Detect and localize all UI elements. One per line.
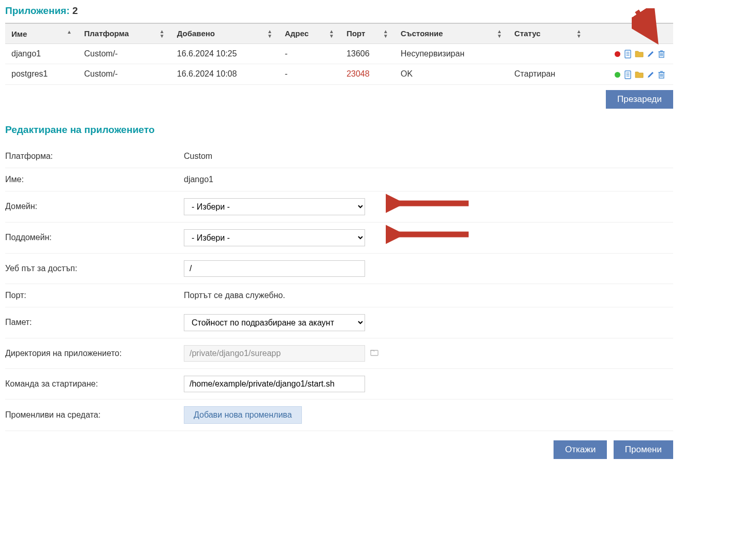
webpath-input[interactable] xyxy=(184,260,365,277)
cell-actions xyxy=(588,64,673,84)
annotation-arrow-icon xyxy=(386,193,474,214)
cell-state: Несупервизиран xyxy=(395,44,508,64)
apps-title-label: Приложения: xyxy=(5,5,69,16)
cell-added: 16.6.2024 10:08 xyxy=(171,64,279,84)
sort-icon: ▲▼ xyxy=(383,29,388,38)
delete-button[interactable] xyxy=(658,50,665,58)
col-header-state-text: Състояние xyxy=(401,29,443,38)
memory-select[interactable]: Стойност по подразбиране за акаунт xyxy=(184,314,365,331)
col-header-added[interactable]: Добавено▲▼ xyxy=(171,23,279,44)
domain-select[interactable]: - Избери - xyxy=(184,198,365,215)
table-row: django1Custom/-16.6.2024 10:25-13606Несу… xyxy=(5,44,673,64)
row-webpath: Уеб път за достъп: xyxy=(5,254,673,284)
cell-port: 13606 xyxy=(340,44,395,64)
status-dot-icon xyxy=(615,72,620,78)
cell-port: 23048 xyxy=(340,64,395,84)
sort-icon: ▲▼ xyxy=(576,29,581,38)
col-header-name[interactable]: Име▲ xyxy=(5,23,78,44)
col-header-platform-text: Платформа xyxy=(84,29,129,38)
col-header-added-text: Добавено xyxy=(177,29,215,38)
apps-count: 2 xyxy=(72,5,78,16)
folder-icon xyxy=(635,71,644,79)
edit-button[interactable] xyxy=(647,71,655,79)
details-button[interactable] xyxy=(624,50,632,58)
row-envvars: Променливи на средата: Добави нова проме… xyxy=(5,399,673,431)
cancel-button[interactable]: Откажи xyxy=(554,440,607,459)
browse-folder-button[interactable] xyxy=(370,349,379,358)
edit-button[interactable] xyxy=(647,50,655,58)
row-dir: Директория на приложението: /private/dja… xyxy=(5,338,673,369)
trash-icon xyxy=(658,50,665,58)
cell-status: Стартиран xyxy=(508,64,588,84)
startcmd-input[interactable] xyxy=(184,376,365,392)
cell-added: 16.6.2024 10:25 xyxy=(171,44,279,64)
row-subdomain: Поддомейн: - Избери - xyxy=(5,223,673,254)
value-port: Портът се дава служебно. xyxy=(184,291,673,300)
apps-title: Приложения: 2 xyxy=(5,5,673,17)
folder-icon xyxy=(635,50,644,58)
status-dot-icon xyxy=(615,51,620,57)
svg-line-21 xyxy=(637,11,653,37)
col-header-name-text: Име xyxy=(11,29,27,38)
cell-status xyxy=(508,44,588,64)
label-domain: Домейн: xyxy=(5,202,184,211)
document-icon xyxy=(624,50,632,58)
annotation-arrow-icon xyxy=(632,8,663,45)
row-domain: Домейн: - Избери - xyxy=(5,191,673,223)
row-startcmd: Команда за стартиране: xyxy=(5,369,673,399)
subdomain-select[interactable]: - Избери - xyxy=(184,229,365,246)
cell-address: - xyxy=(279,44,340,64)
sort-icon: ▲▼ xyxy=(497,29,502,38)
files-button[interactable] xyxy=(635,71,644,79)
folder-icon xyxy=(370,349,379,356)
cell-state: OK xyxy=(395,64,508,84)
sort-icon: ▲ xyxy=(67,29,72,34)
document-icon xyxy=(624,70,632,79)
row-name: Име: django1 xyxy=(5,168,673,191)
edit-app-title: Редактиране на приложението xyxy=(5,124,673,136)
sort-icon: ▲▼ xyxy=(267,29,272,38)
reload-button[interactable]: Презареди xyxy=(606,90,673,109)
cell-name: django1 xyxy=(5,44,78,64)
col-header-platform[interactable]: Платформа▲▼ xyxy=(78,23,171,44)
label-startcmd: Команда за стартиране: xyxy=(5,379,184,389)
col-header-state[interactable]: Състояние▲▼ xyxy=(395,23,508,44)
label-memory: Памет: xyxy=(5,318,184,327)
details-button[interactable] xyxy=(624,70,632,79)
label-subdomain: Поддомейн: xyxy=(5,233,184,242)
col-header-port-text: Порт xyxy=(346,29,365,38)
pencil-icon xyxy=(647,50,655,58)
sort-icon: ▲▼ xyxy=(329,29,334,38)
row-platform: Платформа: Custom xyxy=(5,145,673,168)
col-header-address-text: Адрес xyxy=(285,29,309,38)
label-name: Име: xyxy=(5,175,184,184)
value-name: django1 xyxy=(184,175,673,184)
save-button[interactable]: Промени xyxy=(614,440,673,459)
annotation-arrow-icon xyxy=(386,224,474,245)
table-row: postgres1Custom/-16.6.2024 10:08-23048OK… xyxy=(5,64,673,84)
form-actions: Откажи Промени xyxy=(5,440,673,459)
sort-icon: ▲▼ xyxy=(159,29,165,38)
trash-icon xyxy=(658,70,665,79)
files-button[interactable] xyxy=(635,50,644,58)
label-envvars: Променливи на средата: xyxy=(5,410,184,420)
col-header-port[interactable]: Порт▲▼ xyxy=(340,23,395,44)
add-env-var-button[interactable]: Добави нова променлива xyxy=(184,406,302,424)
delete-button[interactable] xyxy=(658,70,665,79)
value-platform: Custom xyxy=(184,152,673,161)
dir-path: /private/django1/sureapp xyxy=(184,345,365,362)
label-port: Порт: xyxy=(5,291,184,300)
label-platform: Платформа: xyxy=(5,152,184,161)
cell-address: - xyxy=(279,64,340,84)
cell-platform: Custom/- xyxy=(78,44,171,64)
label-dir: Директория на приложението: xyxy=(5,349,184,358)
row-memory: Памет: Стойност по подразбиране за акаун… xyxy=(5,307,673,338)
cell-name: postgres1 xyxy=(5,64,78,84)
cell-platform: Custom/- xyxy=(78,64,171,84)
col-header-status-text: Статус xyxy=(514,29,541,38)
row-port: Порт: Портът се дава служебно. xyxy=(5,284,673,307)
col-header-status[interactable]: Статус▲▼ xyxy=(508,23,588,44)
pencil-icon xyxy=(647,71,655,79)
apps-table: Име▲ Платформа▲▼ Добавено▲▼ Адрес▲▼ Порт… xyxy=(5,23,673,85)
col-header-address[interactable]: Адрес▲▼ xyxy=(279,23,340,44)
